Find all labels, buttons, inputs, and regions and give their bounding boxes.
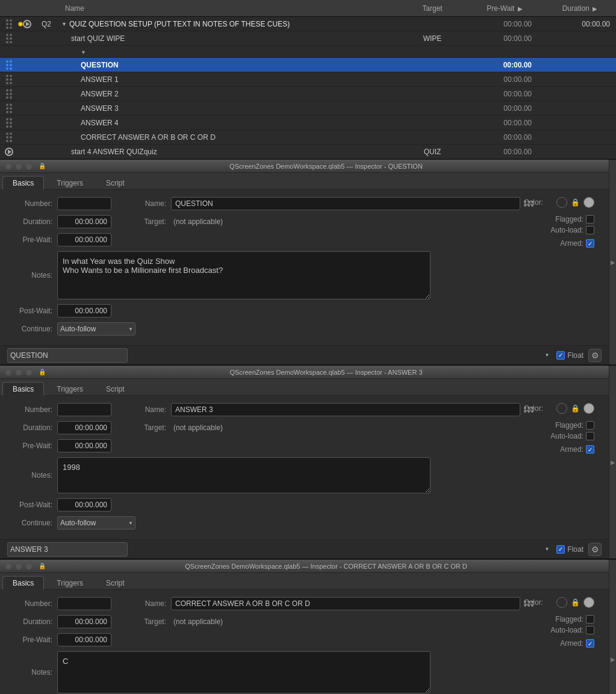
- maximize-button[interactable]: [25, 369, 33, 376]
- bottom-dropdown-wrapper[interactable]: QUESTION: [7, 348, 552, 363]
- table-row[interactable]: start 4 ANSWER QUIZquiz QUIZ 00:00.00: [0, 145, 616, 159]
- float-option[interactable]: Float: [556, 545, 583, 554]
- color-none[interactable]: [556, 597, 567, 608]
- gear-button[interactable]: ⚙: [588, 349, 602, 362]
- table-row[interactable]: start QUIZ WIPE WIPE 00:00.00: [0, 31, 616, 46]
- col-header-duration: Duration ▶: [544, 4, 616, 13]
- notes-label: Notes:: [7, 271, 52, 280]
- minimize-button[interactable]: [15, 369, 22, 376]
- number-field[interactable]: [57, 197, 111, 210]
- postwait-field[interactable]: [57, 304, 111, 317]
- tab-script[interactable]: Script: [96, 382, 135, 396]
- row-icon-question: [0, 60, 18, 70]
- gear-button[interactable]: ⚙: [588, 543, 602, 556]
- tab-triggers[interactable]: Triggers: [46, 176, 93, 190]
- autoload-label: Auto-load:: [550, 226, 583, 234]
- cue-prewait: 00:00.00: [465, 133, 544, 142]
- number-field[interactable]: [57, 597, 111, 610]
- prewait-field[interactable]: [57, 233, 111, 246]
- prewait-sort-icon: ▶: [518, 5, 523, 12]
- target-label: Target:: [121, 617, 166, 626]
- name-field[interactable]: [171, 197, 520, 210]
- cue-name: QUESTION: [61, 61, 399, 69]
- color-none[interactable]: [556, 403, 567, 414]
- autoload-checkbox[interactable]: [586, 226, 594, 234]
- row-icon-answer2: [0, 89, 18, 99]
- table-row[interactable]: QUESTION 00:00.00: [0, 58, 616, 72]
- notes-textarea[interactable]: C: [57, 651, 431, 693]
- tab-basics[interactable]: Basics: [2, 576, 44, 590]
- cue-duration: 00:00.00: [544, 20, 616, 28]
- duration-field[interactable]: [57, 215, 111, 228]
- prewait-field[interactable]: [57, 633, 111, 646]
- expand-icon[interactable]: ▼: [61, 21, 67, 27]
- notes-textarea[interactable]: In what Year was the Quiz Show Who Wants…: [57, 251, 431, 299]
- close-button[interactable]: [5, 163, 12, 170]
- maximize-button[interactable]: [25, 163, 33, 170]
- color-none[interactable]: [556, 197, 567, 208]
- edge-arrow-icon: ▶: [611, 259, 615, 266]
- tab-triggers[interactable]: Triggers: [46, 382, 93, 396]
- table-row[interactable]: ANSWER 1 00:00.00: [0, 72, 616, 87]
- close-button[interactable]: [5, 563, 12, 570]
- continue-select[interactable]: Auto-follow Auto-continue Do not auto-co…: [57, 322, 135, 336]
- flagged-checkbox[interactable]: [586, 215, 594, 224]
- row-icon-start4: [0, 148, 18, 156]
- color-gray[interactable]: [583, 197, 594, 208]
- postwait-field[interactable]: [57, 498, 111, 511]
- float-option[interactable]: Float: [556, 351, 583, 360]
- minimize-button[interactable]: [15, 563, 22, 570]
- table-row[interactable]: Q2 ▼ QUIZ QUESTION SETUP (PUT TEXT IN NO…: [0, 17, 616, 31]
- autoload-checkbox[interactable]: [586, 626, 594, 634]
- duration-field[interactable]: [57, 615, 111, 628]
- armed-checkbox[interactable]: [586, 639, 594, 648]
- armed-checkbox[interactable]: [586, 239, 594, 248]
- close-button[interactable]: [5, 369, 12, 376]
- titlebar-question: 🔒 QScreenZones DemoWorkspace.qlab5 — Ins…: [0, 160, 609, 173]
- window-controls: [5, 163, 33, 170]
- armed-row: Armed:: [560, 639, 594, 648]
- table-row[interactable]: CORRECT ANSWER A OR B OR C OR D 00:00.00: [0, 130, 616, 145]
- flagged-checkbox[interactable]: [586, 615, 594, 624]
- table-row[interactable]: ANSWER 2 00:00.00: [0, 87, 616, 101]
- bottom-select[interactable]: ANSWER 3: [7, 542, 128, 557]
- inspector-bottom: ANSWER 3 Float ⚙: [0, 539, 609, 558]
- table-row[interactable]: ANSWER 3 00:00.00: [0, 101, 616, 116]
- tab-script[interactable]: Script: [96, 176, 135, 190]
- cue-prewait: 00:00.00: [465, 34, 544, 43]
- cue-target: QUIZ: [399, 148, 465, 156]
- prewait-field[interactable]: [57, 439, 111, 452]
- armed-checkbox[interactable]: [586, 445, 594, 454]
- number-field[interactable]: [57, 403, 111, 416]
- continue-select-wrapper[interactable]: Auto-follow Auto-continue Do not auto-co…: [57, 516, 135, 530]
- duration-field[interactable]: [57, 421, 111, 434]
- lock-icon: 🔒: [39, 163, 46, 169]
- float-checkbox[interactable]: [556, 351, 565, 360]
- minimize-button[interactable]: [15, 163, 22, 170]
- tab-basics[interactable]: Basics: [2, 176, 44, 190]
- color-gray[interactable]: [583, 597, 594, 608]
- color-gray[interactable]: [583, 403, 594, 414]
- tab-script[interactable]: Script: [96, 576, 135, 590]
- float-checkbox[interactable]: [556, 545, 565, 554]
- bottom-select[interactable]: QUESTION: [7, 348, 128, 363]
- flagged-row: Flagged:: [555, 421, 594, 430]
- flagged-checkbox[interactable]: [586, 421, 594, 430]
- name-field[interactable]: [171, 597, 520, 610]
- titlebar-answer3: 🔒 QScreenZones DemoWorkspace.qlab5 — Ins…: [0, 366, 609, 379]
- tab-triggers[interactable]: Triggers: [46, 576, 93, 590]
- continue-select[interactable]: Auto-follow Auto-continue Do not auto-co…: [57, 516, 135, 530]
- maximize-button[interactable]: [25, 563, 33, 570]
- bottom-dropdown-wrapper[interactable]: ANSWER 3: [7, 542, 552, 557]
- name-field[interactable]: [171, 403, 520, 416]
- notes-textarea[interactable]: 1998: [57, 457, 431, 493]
- autoload-checkbox[interactable]: [586, 432, 594, 440]
- window-controls: [5, 369, 33, 376]
- tab-basics[interactable]: Basics: [2, 382, 44, 396]
- armed-label: Armed:: [560, 639, 583, 648]
- continue-select-wrapper[interactable]: Auto-follow Auto-continue Do not auto-co…: [57, 322, 135, 336]
- grid-dots-icon: [6, 133, 12, 142]
- table-row[interactable]: ▼: [0, 46, 616, 58]
- right-flags: Color: 🔒 Flagged: Auto-load:: [519, 403, 594, 456]
- table-row[interactable]: ANSWER 4 00:00.00: [0, 116, 616, 130]
